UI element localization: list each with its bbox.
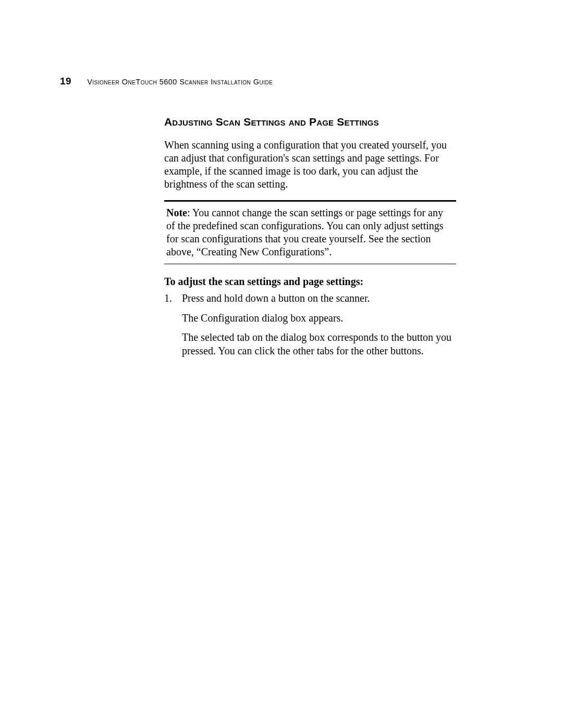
running-title: Visioneer OneTouch 5600 Scanner Installa… — [87, 78, 273, 86]
list-item: 1. Press and hold down a button on the s… — [164, 292, 456, 357]
note-text: : You cannot change the scan settings or… — [166, 207, 444, 257]
note-label: Note — [166, 207, 187, 218]
page-header: 19 Visioneer OneTouch 5600 Scanner Insta… — [60, 76, 500, 87]
intro-paragraph: When scanning using a configuration that… — [164, 139, 456, 191]
content-area: Adjusting Scan Settings and Page Setting… — [164, 116, 456, 357]
list-number: 1. — [164, 292, 182, 357]
list-para-2: The selected tab on the dialog box corre… — [182, 331, 456, 357]
page: 19 Visioneer OneTouch 5600 Scanner Insta… — [0, 0, 563, 728]
note-box: Note: You cannot change the scan setting… — [164, 200, 456, 264]
ordered-list: 1. Press and hold down a button on the s… — [164, 292, 456, 357]
page-number: 19 — [60, 76, 71, 87]
sub-heading: To adjust the scan settings and page set… — [164, 276, 456, 288]
list-line-1: Press and hold down a button on the scan… — [182, 292, 456, 305]
list-para-1: The Configuration dialog box appears. — [182, 312, 456, 325]
list-body: Press and hold down a button on the scan… — [182, 292, 456, 357]
section-heading: Adjusting Scan Settings and Page Setting… — [164, 116, 456, 128]
